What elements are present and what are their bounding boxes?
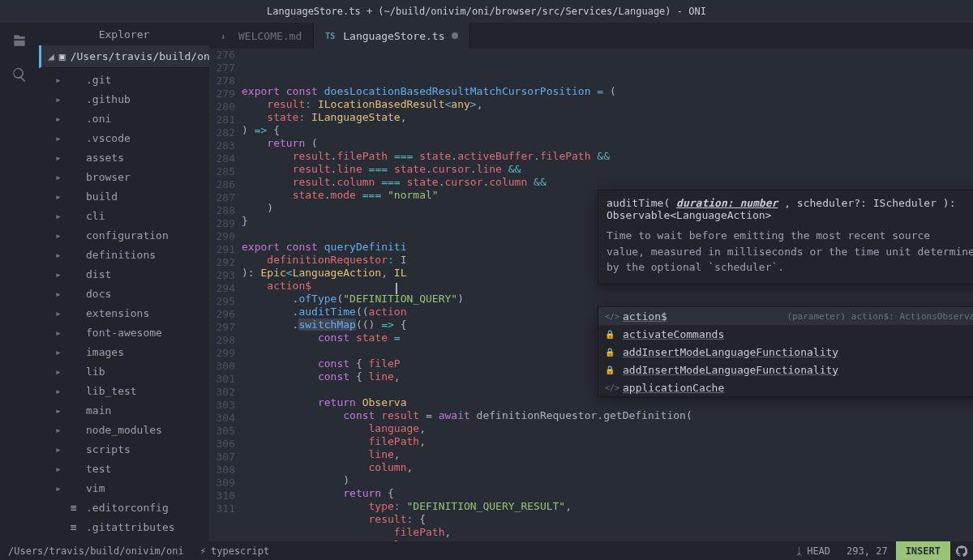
file-icon: ≡: [68, 502, 79, 514]
line-number: 286: [209, 178, 235, 191]
code-line[interactable]: type: "DEFINITION_QUERY_RESULT",: [242, 500, 973, 513]
markdown-icon: ↓: [221, 32, 232, 41]
tree-item-label: assets: [86, 152, 124, 164]
status-bar: /Users/travis/build/onivim/oni ⚡ typescr…: [0, 541, 973, 560]
tree-item-label: .github: [86, 93, 131, 105]
completion-popup[interactable]: </>action$(parameter) action$: ActionsOb…: [598, 306, 973, 397]
tree-folder[interactable]: ▸extensions: [39, 303, 209, 323]
signature-active-param: duration: number: [676, 197, 778, 209]
tree-folder[interactable]: ▸definitions: [39, 245, 209, 264]
code-line[interactable]: return {: [242, 487, 973, 500]
completion-label: applicationCache: [623, 382, 724, 394]
status-language[interactable]: ⚡ typescript: [192, 545, 277, 557]
tree-folder[interactable]: ▸vim: [39, 478, 209, 498]
code-line[interactable]: ): [242, 474, 973, 487]
tree-item-label: .editorconfig: [86, 502, 169, 514]
code-line[interactable]: export const doesLocationBasedResultMatc…: [242, 85, 973, 98]
code-line[interactable]: return (: [242, 137, 973, 150]
code-line[interactable]: language,: [242, 422, 973, 435]
tree-folder[interactable]: ▸.github: [39, 89, 209, 109]
code-line[interactable]: result.filePath === state.activeBuffer.f…: [242, 150, 973, 163]
line-number: 296: [209, 308, 235, 321]
line-number: 310: [209, 489, 235, 502]
code-line[interactable]: column,: [242, 461, 973, 474]
lock-icon: 🔒: [605, 330, 616, 339]
github-icon[interactable]: [950, 545, 973, 557]
tree-folder[interactable]: ▸main: [39, 400, 209, 420]
completion-item[interactable]: </>action$(parameter) action$: ActionsOb…: [598, 307, 973, 325]
tree-file[interactable]: ≡.gitattributes: [39, 517, 209, 536]
code-line[interactable]: const result = await definitionRequestor…: [242, 409, 973, 422]
code-line[interactable]: ) => {: [242, 124, 973, 137]
code-content[interactable]: export const doesLocationBasedResultMatc…: [242, 49, 973, 541]
code-line[interactable]: state: ILanguageState,: [242, 111, 973, 124]
tree-folder[interactable]: ▸scripts: [39, 439, 209, 459]
lightning-icon: ⚡: [200, 545, 206, 557]
code-brackets-icon: </>: [605, 312, 616, 321]
tab-bar: ↓WELCOME.mdTSLanguageStore.ts: [209, 23, 973, 49]
line-number: 306: [209, 438, 235, 451]
code-line[interactable]: result.line === state.cursor.line &&: [242, 163, 973, 176]
tree-folder[interactable]: ▸build: [39, 186, 209, 206]
code-line[interactable]: result: {: [242, 513, 973, 526]
tree-folder[interactable]: ▸.vscode: [39, 128, 209, 147]
tree-file[interactable]: ≡.editorconfig: [39, 498, 209, 517]
chevron-right-icon: ▸: [55, 229, 62, 242]
chevron-right-icon: ▸: [55, 424, 62, 436]
code-line[interactable]: result: ILocationBasedResult<any>,: [242, 98, 973, 111]
completion-label: addInsertModeLanguageFunctionality: [623, 364, 838, 376]
tree-item-label: .git: [86, 74, 111, 86]
code-line[interactable]: return Observa: [242, 396, 973, 409]
signature-help-popup: auditTime( duration: number , scheduler?…: [598, 190, 973, 284]
tree-item-label: .gitattributes: [86, 521, 175, 533]
tree-folder[interactable]: ▸docs: [39, 284, 209, 303]
tree-folder[interactable]: ▸configuration: [39, 225, 209, 245]
tree-item-label: definitions: [86, 249, 156, 261]
code-line[interactable]: line,: [242, 448, 973, 461]
line-number: 300: [209, 360, 235, 373]
chevron-right-icon: ▸: [55, 171, 62, 183]
tree-folder[interactable]: ▸lib: [39, 361, 209, 381]
code-line[interactable]: result.column === state.cursor.column &&: [242, 176, 973, 189]
completion-item[interactable]: </>applicationCache: [598, 378, 973, 396]
code-line[interactable]: .ofType("DEFINITION_QUERY"): [242, 293, 973, 306]
lock-icon: 🔒: [605, 348, 616, 357]
completion-item[interactable]: 🔒addInsertModeLanguageFunctionality: [598, 361, 973, 378]
line-number-gutter: 2762772782792802812822832842852862872882…: [209, 49, 242, 541]
chevron-right-icon: ▸: [55, 443, 62, 455]
editor-tab[interactable]: ↓WELCOME.md: [209, 23, 314, 49]
tree-folder[interactable]: ▸.oni: [39, 109, 209, 128]
code-view[interactable]: 2762772782792802812822832842852862872882…: [209, 49, 973, 541]
status-git-branch[interactable]: ᛣ HEAD: [788, 545, 838, 557]
status-cursor-position[interactable]: 293, 27: [838, 545, 896, 557]
tree-folder[interactable]: ▸.git: [39, 70, 209, 89]
tree-folder[interactable]: ▸dist: [39, 264, 209, 284]
lock-icon: 🔒: [605, 365, 616, 374]
tree-folder[interactable]: ▸browser: [39, 167, 209, 186]
line-number: 302: [209, 386, 235, 399]
tree-folder[interactable]: ▸test: [39, 459, 209, 478]
code-line[interactable]: filePath,: [242, 435, 973, 448]
editor-tab[interactable]: TSLanguageStore.ts: [314, 23, 469, 49]
search-icon[interactable]: [11, 66, 28, 83]
explorer-root[interactable]: ◢ ▣ /Users/travis/build/onivi…: [39, 45, 209, 68]
tree-folder[interactable]: ▸node_modules: [39, 420, 209, 439]
tree-folder[interactable]: ▸images: [39, 342, 209, 361]
signature-doc-line: Time to wait before emitting the most re…: [607, 228, 973, 244]
files-icon[interactable]: [11, 32, 28, 49]
tree-folder[interactable]: ▸font-awesome: [39, 323, 209, 342]
code-line[interactable]: filePath,: [242, 526, 973, 539]
tree-folder[interactable]: ▸lib_test: [39, 381, 209, 400]
tree-folder[interactable]: ▸assets: [39, 147, 209, 167]
chevron-right-icon: ▸: [55, 74, 62, 86]
signature-doc: Time to wait before emitting the most re…: [607, 228, 973, 276]
line-number: 287: [209, 191, 235, 204]
completion-item[interactable]: 🔒activateCommands: [598, 325, 973, 343]
line-number: 289: [209, 217, 235, 230]
explorer-title: Explorer: [39, 23, 209, 45]
tree-folder[interactable]: ▸cli: [39, 206, 209, 225]
completion-item[interactable]: 🔒addInsertModeLanguageFunctionality: [598, 343, 973, 361]
line-number: 288: [209, 204, 235, 217]
line-number: 304: [209, 412, 235, 425]
chevron-right-icon: ▸: [55, 190, 62, 203]
